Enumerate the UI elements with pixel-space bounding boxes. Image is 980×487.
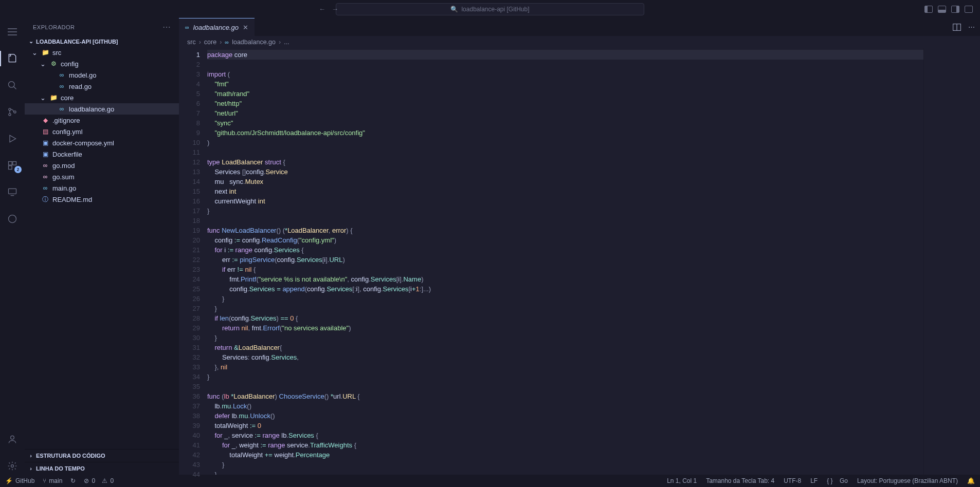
cursor-position[interactable]: Ln 1, Col 1 <box>667 477 697 484</box>
timeline-panel-toggle[interactable]: ›LINHA DO TEMPO <box>25 462 179 475</box>
tree-file[interactable]: ∞go.sum <box>25 171 179 182</box>
svg-rect-4 <box>9 162 12 165</box>
tree-file[interactable]: ◆.gitignore <box>25 115 179 126</box>
svg-rect-5 <box>13 162 16 165</box>
language-mode[interactable]: { } Go <box>827 477 848 484</box>
chevron-right-icon: › <box>28 465 34 472</box>
explorer-icon[interactable] <box>0 50 25 67</box>
customize-layout-icon[interactable] <box>965 6 973 13</box>
go-icon: ∞ <box>58 71 66 79</box>
folder-icon: 📁 <box>49 94 58 101</box>
accounts-icon[interactable] <box>0 430 25 448</box>
docker-icon: ▣ <box>41 151 49 158</box>
tree-file[interactable]: ∞read.go <box>25 81 179 92</box>
go-icon: ∞ <box>41 184 49 192</box>
remote-explorer-icon[interactable] <box>0 183 25 201</box>
branch-icon: ⑂ <box>43 477 46 484</box>
outline-panel-toggle[interactable]: ›ESTRUTURA DO CÓDIGO <box>25 449 179 462</box>
run-debug-icon[interactable] <box>0 130 25 147</box>
tree-item-label: model.go <box>69 71 96 79</box>
tree-item-label: src <box>52 49 61 57</box>
go-icon: ∞ <box>58 83 66 90</box>
docker-icon: ▣ <box>41 139 49 146</box>
source-control-icon[interactable] <box>0 103 25 121</box>
svg-point-1 <box>9 108 11 110</box>
go-file-icon: ∞ <box>185 24 189 30</box>
file-tree: ⌄📁src⌄⚙config∞model.go∞read.go⌄📁core∞loa… <box>25 47 179 449</box>
svg-point-3 <box>14 111 16 113</box>
toggle-secondary-sidebar-icon[interactable] <box>951 6 959 13</box>
minimap[interactable] <box>923 48 980 475</box>
sidebar-more-icon[interactable]: ⋯ <box>162 22 171 32</box>
tree-file[interactable]: ∞main.go <box>25 182 179 194</box>
extensions-icon[interactable]: 2 <box>0 157 25 174</box>
tab-loadbalance-go[interactable]: ∞ loadbalance.go ✕ <box>179 18 255 36</box>
tree-item-label: go.sum <box>52 173 75 181</box>
tree-file[interactable]: ▣docker-compose.yml <box>25 137 179 148</box>
chevron-down-icon: ⌄ <box>28 38 34 45</box>
tree-item-label: go.mod <box>52 162 75 170</box>
encoding-indicator[interactable]: UTF-8 <box>784 477 801 484</box>
status-bar: ⚡GitHub ⑂main ↻ ⊘0 ⚠0 Ln 1, Col 1 Tamanh… <box>0 475 980 487</box>
tree-item-label: docker-compose.yml <box>52 139 114 147</box>
remote-icon: ⚡ <box>5 477 13 484</box>
github-icon[interactable] <box>0 210 25 228</box>
mod-icon: ∞ <box>41 173 49 180</box>
tree-file[interactable]: ∞model.go <box>25 69 179 81</box>
nav-back-icon[interactable]: ← <box>319 5 325 13</box>
close-tab-icon[interactable]: ✕ <box>243 24 248 31</box>
tree-file[interactable]: ▤config.yml <box>25 126 179 137</box>
tree-folder[interactable]: ⌄📁core <box>25 92 179 103</box>
eol-indicator[interactable]: LF <box>810 477 818 484</box>
settings-gear-icon[interactable] <box>0 457 25 475</box>
tree-file[interactable]: ⓘREADME.md <box>25 194 179 205</box>
tree-folder[interactable]: ⌄📁src <box>25 47 179 58</box>
tree-item-label: README.md <box>52 196 92 203</box>
tree-file[interactable]: ∞loadbalance.go <box>25 103 179 115</box>
tree-item-label: config.yml <box>52 128 83 136</box>
tree-file[interactable]: ▣Dockerfile <box>25 148 179 160</box>
notifications-icon[interactable]: 🔔 <box>967 477 975 484</box>
menu-icon[interactable] <box>0 23 25 41</box>
md-icon: ⓘ <box>41 195 49 204</box>
mod-icon: ∞ <box>41 162 49 169</box>
breadcrumbs[interactable]: src› core› ∞ loadbalance.go› ... <box>179 36 980 48</box>
nav-forward-icon[interactable]: → <box>332 5 338 13</box>
activity-bar: 2 <box>0 18 25 475</box>
code-editor[interactable]: package core import ( "fmt" "math/rand" … <box>207 48 923 475</box>
folder-root-toggle[interactable]: ⌄ LOADBALANCE-API [GITHUB] <box>25 36 179 47</box>
toggle-panel-icon[interactable] <box>938 6 946 13</box>
tree-item-label: main.go <box>52 184 76 192</box>
tree-item-label: Dockerfile <box>52 151 82 158</box>
sidebar-title: EXPLORADOR <box>33 24 75 30</box>
search-activity-icon[interactable] <box>0 77 25 94</box>
split-editor-icon[interactable] <box>953 24 961 31</box>
svg-point-0 <box>9 82 15 88</box>
toggle-primary-sidebar-icon[interactable] <box>924 6 933 13</box>
error-icon: ⊘ <box>84 477 89 484</box>
tree-item-label: .gitignore <box>52 117 80 124</box>
svg-rect-6 <box>9 166 12 170</box>
warning-icon: ⚠ <box>102 477 107 484</box>
editor-more-icon[interactable]: ⋯ <box>968 23 975 31</box>
tree-folder[interactable]: ⌄⚙config <box>25 58 179 69</box>
svg-point-10 <box>11 465 14 467</box>
problems-indicator[interactable]: ⊘0 ⚠0 <box>84 477 114 484</box>
sync-button[interactable]: ↻ <box>70 477 76 484</box>
language-icon: { } <box>827 477 832 484</box>
remote-indicator[interactable]: ⚡GitHub <box>5 477 34 484</box>
svg-point-9 <box>11 436 14 439</box>
svg-point-2 <box>9 114 11 116</box>
folder-icon: 📁 <box>41 49 49 56</box>
command-center-search[interactable]: 🔍 loadbalance-api [GitHub] <box>336 3 644 15</box>
line-number-gutter: 1234567891011121314151617181920212223242… <box>179 48 207 475</box>
go-file-icon: ∞ <box>225 39 229 45</box>
branch-indicator[interactable]: ⑂main <box>43 477 62 484</box>
keyboard-layout[interactable]: Layout: Portuguese (Brazilian ABNT) <box>857 477 958 484</box>
editor-area: ∞ loadbalance.go ✕ ⋯ src› core› ∞ loadba… <box>179 18 980 475</box>
search-text: loadbalance-api [GitHub] <box>461 6 529 13</box>
indentation-indicator[interactable]: Tamanho da Tecla Tab: 4 <box>706 477 774 484</box>
chevron-down-icon: ⌄ <box>40 94 46 102</box>
go-icon: ∞ <box>58 105 66 113</box>
tree-file[interactable]: ∞go.mod <box>25 160 179 171</box>
